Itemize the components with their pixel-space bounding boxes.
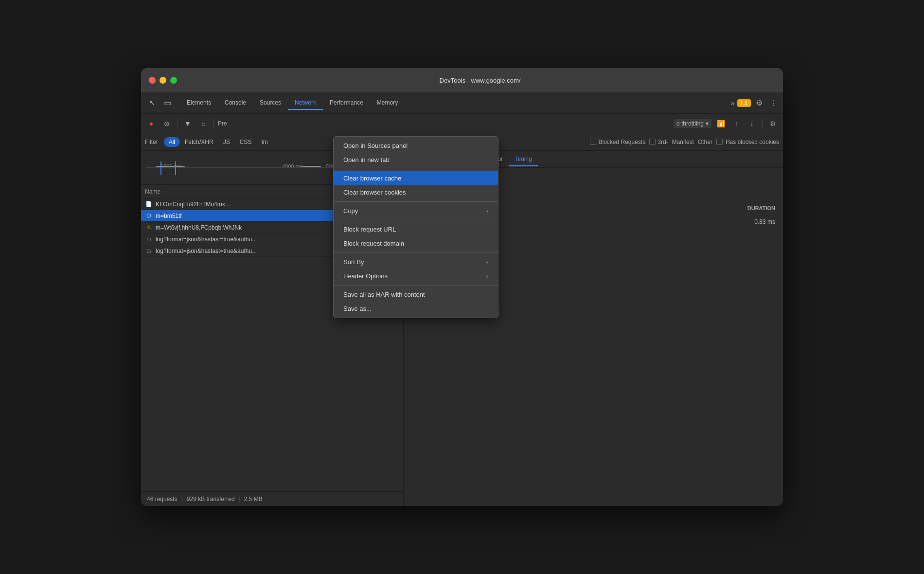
throttle-label: o throttling — [676, 120, 704, 127]
blocked-requests-label: Blocked Requests — [598, 139, 645, 145]
timing-duration-header: DURATION — [747, 205, 775, 211]
menu-clear-cookies-label: Clear browser cookies — [343, 189, 406, 196]
record-button[interactable]: ● — [145, 117, 158, 130]
cursor-icon[interactable]: ↖ — [145, 96, 159, 110]
notification-count: 1 — [745, 100, 747, 106]
tab-more-button[interactable]: » — [728, 97, 737, 109]
notification-icon: ! — [741, 100, 743, 106]
menu-clear-cookies[interactable]: Clear browser cookies — [334, 185, 498, 199]
filter-toggle-button[interactable]: ▼ — [181, 117, 194, 130]
third-party-label: 3rd- — [657, 139, 668, 145]
tab-timing[interactable]: Timing — [509, 153, 538, 166]
tab-console[interactable]: Console — [218, 96, 253, 110]
filter-js-button[interactable]: JS — [218, 137, 235, 147]
request-item-2-icon: ⬡ — [145, 212, 153, 220]
third-party-filter[interactable]: 3rd- — [649, 139, 668, 145]
menu-header-options[interactable]: Header Options › — [334, 269, 498, 283]
has-blocked-checkbox[interactable] — [716, 139, 723, 145]
menu-sort-by-label: Sort By — [343, 258, 364, 266]
preserve-log-label: Pre — [218, 120, 227, 127]
toolbar-divider-2 — [213, 119, 214, 128]
menu-header-options-arrow: › — [486, 273, 488, 280]
menu-block-url-label: Block request URL — [343, 226, 396, 233]
throttle-selector[interactable]: o throttling ▾ — [674, 119, 711, 128]
tab-memory[interactable]: Memory — [370, 96, 405, 110]
tab-bar-icons: ↖ ▭ — [145, 96, 174, 110]
dock-icon[interactable]: ▭ — [160, 96, 174, 110]
timeline-line-red — [175, 161, 176, 175]
menu-divider-4 — [334, 252, 498, 253]
menu-divider-1 — [334, 169, 498, 169]
menu-copy-arrow: › — [486, 208, 488, 215]
timeline-line-blue — [160, 161, 161, 175]
traffic-lights — [149, 77, 177, 84]
menu-open-sources-label: Open in Sources panel — [343, 142, 408, 149]
filter-xhr-button[interactable]: Fetch/XHR — [180, 137, 218, 147]
status-size: 2.5 MB — [244, 496, 263, 502]
menu-block-domain[interactable]: Block request domain — [334, 236, 498, 251]
timeline-bar-2 — [302, 166, 321, 167]
filter-right: Blocked Requests 3rd- Manifest Other Has… — [590, 139, 779, 145]
request-item-4-icon: □ — [145, 235, 153, 243]
throttle-arrow: ▾ — [706, 120, 709, 127]
close-button[interactable] — [149, 77, 156, 84]
menu-copy[interactable]: Copy › — [334, 204, 498, 218]
menu-copy-label: Copy — [343, 207, 358, 215]
menu-open-tab[interactable]: Open in new tab — [334, 153, 498, 167]
timeline-bar-1 — [156, 166, 185, 167]
tab-sources[interactable]: Sources — [253, 96, 288, 110]
blocked-requests-checkbox[interactable] — [590, 139, 596, 145]
menu-save-har[interactable]: Save all as HAR with content — [334, 287, 498, 302]
tab-performance[interactable]: Performance — [323, 96, 370, 110]
request-item-5-icon: □ — [145, 247, 153, 255]
status-bar: 46 requests | 929 kB transferred | 2.5 M… — [141, 491, 403, 506]
menu-save-as[interactable]: Save as... — [334, 302, 498, 316]
third-party-checkbox[interactable] — [649, 139, 656, 145]
upload-icon[interactable]: ↑ — [730, 117, 743, 130]
queueing-value: 0.83 ms — [754, 218, 775, 225]
menu-open-tab-label: Open in new tab — [343, 156, 390, 163]
filter-img-button[interactable]: Im — [256, 137, 272, 147]
tab-network[interactable]: Network — [288, 96, 323, 110]
settings-icon[interactable]: ⚙ — [754, 96, 764, 109]
status-requests: 46 requests — [147, 496, 178, 502]
notification-badge[interactable]: ! 1 — [737, 99, 751, 107]
toolbar-divider-3 — [762, 119, 763, 128]
filter-label: Filter — [145, 139, 158, 145]
menu-divider-3 — [334, 220, 498, 220]
search-button[interactable]: ⌕ — [197, 117, 210, 130]
other-label: Other — [698, 139, 712, 145]
download-icon[interactable]: ↓ — [746, 117, 758, 130]
manifest-label: Manifest — [672, 139, 694, 145]
menu-header-options-label: Header Options — [343, 272, 388, 280]
menu-open-sources[interactable]: Open in Sources panel — [334, 139, 498, 153]
menu-clear-cache[interactable]: Clear browser cache — [334, 171, 498, 185]
filter-all-button[interactable]: All — [164, 137, 180, 147]
has-blocked-label: Has blocked cookies — [726, 139, 779, 145]
network-settings-icon[interactable]: ⚙ — [766, 117, 779, 130]
menu-clear-cache-label: Clear browser cache — [343, 175, 401, 182]
toolbar-right: 📶 ↑ ↓ ⚙ — [714, 117, 779, 130]
menu-sort-by[interactable]: Sort By › — [334, 255, 498, 269]
tab-list: Elements Console Sources Network Perform… — [180, 96, 728, 110]
minimize-button[interactable] — [160, 77, 166, 84]
menu-save-har-label: Save all as HAR with content — [343, 291, 425, 298]
window-title: DevTools - www.google.com/ — [185, 77, 775, 84]
maximize-button[interactable] — [170, 77, 177, 84]
tab-bar-right: ! 1 ⚙ ⋮ — [737, 96, 779, 109]
status-divider-2: | — [239, 496, 240, 502]
wifi-icon[interactable]: 📶 — [714, 117, 727, 130]
title-bar: DevTools - www.google.com/ — [141, 68, 783, 92]
network-toolbar: ● ⊘ ▼ ⌕ Pre o throttling ▾ 📶 ↑ ↓ ⚙ — [141, 114, 783, 133]
menu-block-url[interactable]: Block request URL — [334, 222, 498, 236]
has-blocked-cookies[interactable]: Has blocked cookies — [716, 139, 779, 145]
blocked-requests-filter[interactable]: Blocked Requests — [590, 139, 645, 145]
toolbar-divider-1 — [177, 119, 178, 128]
filter-css-button[interactable]: CSS — [235, 137, 257, 147]
more-options-icon[interactable]: ⋮ — [767, 96, 779, 109]
menu-block-domain-label: Block request domain — [343, 240, 404, 247]
status-transferred: 929 kB transferred — [187, 496, 235, 502]
menu-save-as-label: Save as... — [343, 305, 372, 312]
tab-elements[interactable]: Elements — [180, 96, 218, 110]
clear-button[interactable]: ⊘ — [160, 117, 173, 130]
